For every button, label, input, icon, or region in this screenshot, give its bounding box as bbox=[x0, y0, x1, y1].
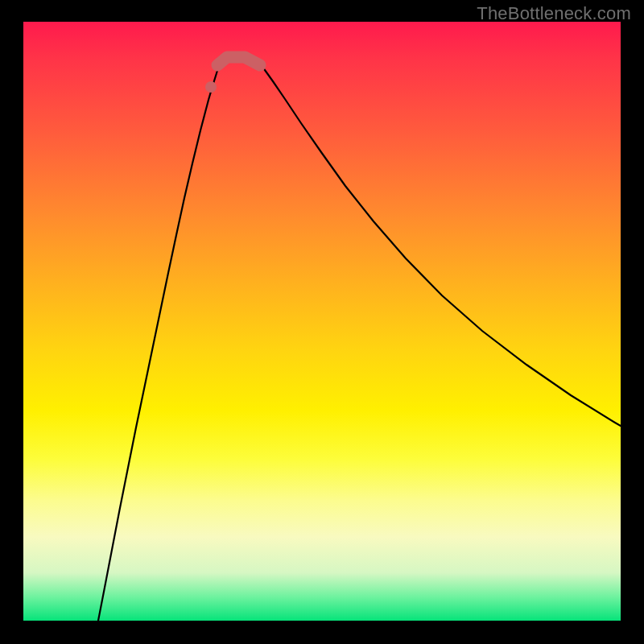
watermark-text: TheBottleneck.com bbox=[477, 3, 631, 24]
curve-left-branch bbox=[98, 65, 219, 621]
curve-overlay bbox=[23, 22, 621, 621]
curve-right-branch bbox=[261, 65, 621, 426]
gradient-plot-area bbox=[23, 22, 621, 621]
highlight-dot bbox=[205, 81, 217, 93]
highlight-valley-segment bbox=[217, 57, 260, 65]
